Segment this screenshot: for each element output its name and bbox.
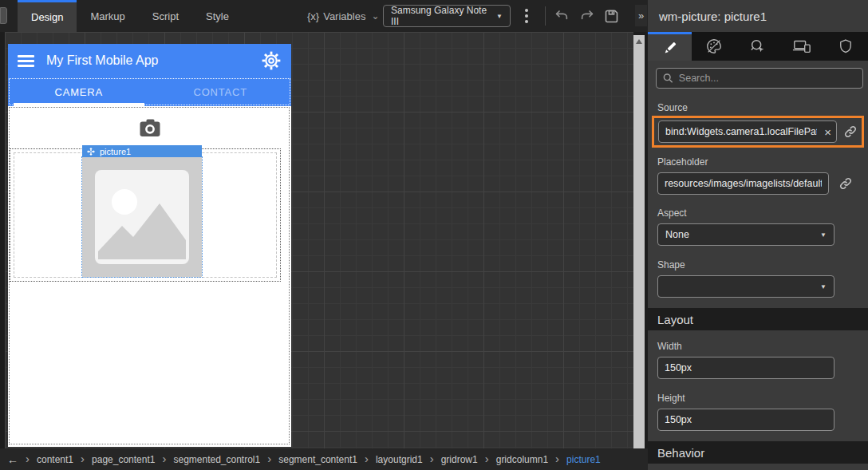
tab-security[interactable] (824, 32, 868, 61)
settings-gear-icon[interactable] (261, 50, 282, 71)
breadcrumb-item-picture1[interactable]: picture1 (566, 454, 601, 465)
breadcrumb-item-gridcolumn1[interactable]: gridcolumn1 (496, 454, 548, 465)
design-canvas[interactable]: My First Mobile App CAMER (5, 32, 633, 448)
tab-style-label: Style (206, 10, 229, 22)
variables-menu[interactable]: {x} Variables ⌄ (307, 0, 379, 32)
tab-script-label: Script (152, 10, 179, 22)
tab-devices[interactable] (780, 32, 824, 61)
undo-button[interactable] (552, 7, 571, 25)
source-bind-button[interactable] (843, 124, 858, 139)
chevron-right-icon: › (162, 452, 166, 464)
segment-contact[interactable]: CONTACT (150, 77, 292, 106)
search-icon (663, 73, 673, 84)
chevron-down-icon: ⌄ (371, 10, 379, 22)
source-highlight-box: × (652, 116, 864, 148)
save-icon (603, 8, 620, 25)
magnifier-cursor-icon (749, 38, 767, 55)
breadcrumb-item-layoutgrid1[interactable]: layoutgrid1 (376, 454, 423, 465)
segment-camera[interactable]: CAMERA (8, 77, 150, 106)
device-selector-value: Samsung Galaxy Note III (391, 5, 496, 27)
camera-button[interactable] (139, 119, 160, 137)
link-icon (838, 176, 853, 191)
height-input[interactable] (657, 409, 834, 431)
segmented-control: CAMERA CONTACT (8, 77, 291, 106)
breadcrumb-item-content1[interactable]: content1 (37, 454, 73, 465)
selected-widget-name: picture1 (100, 147, 131, 156)
top-toolbar: Design Markup Script Style {x} Variables… (0, 0, 648, 32)
toolbar-divider (545, 6, 546, 26)
mobile-navbar[interactable]: My First Mobile App (8, 44, 291, 77)
layout-section-header: Layout (648, 308, 868, 330)
chevron-right-icon: › (81, 452, 85, 464)
chevron-right-icon: › (430, 452, 434, 464)
tab-markup[interactable]: Markup (77, 0, 138, 32)
aspect-select-value: None (665, 229, 689, 240)
source-label: Source (657, 102, 858, 113)
studio-window: Design Markup Script Style {x} Variables… (0, 0, 868, 470)
clear-icon[interactable]: × (824, 126, 831, 138)
canvas-scrollbar[interactable] (633, 35, 645, 448)
undo-icon (554, 9, 570, 23)
palette-icon (705, 38, 723, 55)
chevron-right-icon: › (555, 452, 559, 464)
link-icon (843, 124, 858, 139)
redo-icon (579, 9, 595, 23)
chevron-right-icon: › (267, 452, 271, 464)
breadcrumb-item-gridrow1[interactable]: gridrow1 (441, 454, 478, 465)
shape-select[interactable]: ▼ (657, 275, 834, 298)
width-input[interactable] (657, 357, 834, 379)
width-label: Width (657, 341, 858, 352)
devices-icon (792, 38, 811, 55)
image-placeholder-icon (82, 157, 202, 277)
behavior-section-header: Behavior (648, 441, 868, 464)
picture-widget[interactable] (82, 157, 202, 277)
variables-label: Variables (323, 10, 365, 22)
height-label: Height (657, 393, 858, 404)
tab-style[interactable]: Style (192, 0, 243, 32)
aspect-select[interactable]: None ▼ (657, 223, 834, 246)
dropdown-arrow-icon: ▼ (820, 231, 827, 239)
shield-icon (838, 38, 854, 55)
hamburger-menu-icon[interactable] (18, 55, 34, 67)
source-input[interactable] (658, 120, 837, 143)
search-input[interactable] (679, 73, 856, 84)
tab-events[interactable] (736, 32, 779, 61)
breadcrumb-item-page-content1[interactable]: page_content1 (92, 454, 155, 465)
property-search[interactable] (656, 68, 863, 89)
chevron-right-icon: › (365, 452, 369, 464)
tab-script[interactable]: Script (139, 0, 192, 32)
selected-widget-tag[interactable]: picture1 (82, 145, 202, 158)
scroll-up-icon[interactable] (636, 39, 642, 44)
more-options-icon[interactable] (522, 7, 531, 25)
save-button[interactable] (602, 7, 621, 25)
placeholder-bind-button[interactable] (838, 176, 853, 191)
tab-design-label: Design (31, 11, 63, 23)
tab-design[interactable]: Design (18, 0, 77, 32)
tab-styles[interactable] (692, 32, 736, 61)
camera-icon (139, 119, 160, 137)
panel-title: wm-picture: picture1 (648, 0, 868, 32)
double-chevron-icon: » (638, 10, 644, 22)
segment-active-underline (14, 103, 144, 106)
variables-x-icon: {x} (307, 10, 319, 22)
placeholder-input[interactable] (657, 172, 829, 195)
move-icon (87, 148, 95, 156)
mode-tabs: Design Markup Script Style (18, 0, 243, 32)
breadcrumb-item-segmented-control1[interactable]: segmented_control1 (173, 454, 260, 465)
breadcrumb-back-icon[interactable]: ← (7, 453, 18, 466)
properties-panel: wm-picture: picture1 (648, 0, 868, 470)
dropdown-arrow-icon: ▼ (496, 13, 503, 20)
phone-page-preview[interactable]: My First Mobile App CAMER (8, 44, 291, 447)
shape-label: Shape (657, 259, 858, 271)
breadcrumb: ← › content1 › page_content1 › segmented… (0, 448, 648, 470)
aspect-label: Aspect (657, 207, 858, 219)
tab-properties[interactable] (648, 32, 692, 61)
breadcrumb-item-segment-content1[interactable]: segment_content1 (278, 454, 357, 465)
pencil-icon (662, 40, 678, 56)
redo-button[interactable] (578, 7, 597, 25)
dropdown-arrow-icon: ▼ (820, 283, 827, 290)
chevron-right-icon: › (26, 452, 30, 464)
collapse-panel-button[interactable]: » (635, 5, 647, 26)
device-selector[interactable]: Samsung Galaxy Note III ▼ (383, 5, 511, 27)
studio-logo[interactable] (0, 7, 7, 24)
